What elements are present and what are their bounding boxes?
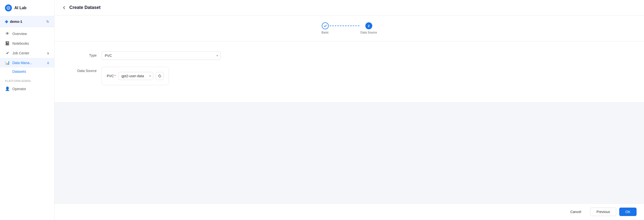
app-name: AI Lab (14, 6, 26, 10)
type-label: Type (67, 51, 96, 57)
sidebar-item-overview[interactable]: 👁 Overview (0, 29, 54, 39)
sidebar-item-data-mana-label: Data Mana... (12, 61, 32, 65)
page-content: Basic 2 Data Source Type (54, 15, 644, 203)
datasets-label: Datasets (12, 69, 26, 73)
project-name: demo-1 (10, 20, 22, 24)
step-basic: Basic (322, 22, 329, 34)
sidebar-item-operator[interactable]: 👤 Operator (0, 84, 54, 94)
job-center-chevron: ∨ (47, 51, 49, 55)
data-mana-icon: 📊 (5, 60, 10, 65)
step-connector (330, 26, 360, 26)
job-center-icon: ✔ (5, 51, 10, 55)
type-row: Type PVC NFS S3 ▾ (67, 51, 632, 60)
ok-button[interactable]: OK (619, 207, 636, 216)
sidebar-item-operator-label: Operator (12, 87, 26, 91)
sidebar-sub-item-datasets[interactable]: Datasets (0, 68, 54, 75)
type-select-wrapper: PVC NFS S3 ▾ (102, 51, 220, 60)
data-mana-chevron: ∧ (47, 61, 49, 65)
sidebar-item-notebooks-label: Notebooks (12, 41, 29, 45)
step-data-source-label: Data Source (360, 31, 377, 34)
type-field: PVC NFS S3 ▾ (102, 51, 220, 60)
page-title: Create Dataset (69, 5, 100, 10)
svg-point-1 (8, 8, 9, 9)
main-content: Create Dataset Basic 2 (54, 0, 644, 220)
overview-icon: 👁 (5, 32, 10, 36)
stepper-container: Basic 2 Data Source (54, 15, 644, 41)
sidebar-nav: 👁 Overview 📓 Notebooks ✔ Job Center ∨ 📊 … (0, 27, 54, 220)
sidebar-item-data-mana[interactable]: 📊 Data Mana... ∧ (0, 58, 54, 68)
project-selector[interactable]: ◈ demo-1 ↻ (0, 16, 54, 27)
cancel-button[interactable]: Cancel (564, 207, 588, 216)
pvc-select-wrapper: gpt2-user-data dataset-vol-1 model-data … (118, 72, 153, 80)
data-source-row: Data Source PVC* gpt2-user-data dataset-… (67, 67, 632, 85)
data-mana-left: 📊 Data Mana... (5, 60, 32, 65)
pvc-row: PVC* gpt2-user-data dataset-vol-1 model-… (107, 72, 164, 80)
previous-button[interactable]: Previous (590, 207, 616, 216)
back-button[interactable] (62, 6, 66, 10)
operator-icon: 👤 (5, 86, 10, 91)
job-center-left: ✔ Job Center (5, 51, 29, 55)
step-basic-circle (322, 22, 329, 29)
form-container: Type PVC NFS S3 ▾ Data Source (54, 41, 644, 102)
project-refresh-icon[interactable]: ↻ (46, 20, 49, 24)
pvc-refresh-button[interactable] (156, 72, 164, 80)
sidebar-item-overview-label: Overview (12, 32, 27, 36)
step-data-source-number: 2 (368, 24, 370, 28)
pvc-select[interactable]: gpt2-user-data dataset-vol-1 model-data (118, 72, 153, 80)
sidebar: AI Lab ◈ demo-1 ↻ 👁 Overview 📓 Notebooks… (0, 0, 54, 220)
stepper: Basic 2 Data Source (322, 22, 377, 34)
project-name-wrapper: ◈ demo-1 (5, 19, 22, 24)
app-logo: AI Lab (0, 0, 54, 16)
sidebar-item-job-center[interactable]: ✔ Job Center ∨ (0, 48, 54, 58)
pvc-required-star: * (114, 74, 116, 78)
type-select[interactable]: PVC NFS S3 (102, 51, 220, 60)
notebooks-icon: 📓 (5, 41, 10, 46)
platform-admin-label: Platform Admin (0, 75, 54, 84)
step-data-source-circle: 2 (365, 22, 372, 29)
logo-icon (5, 5, 12, 12)
page-header: Create Dataset (54, 0, 644, 15)
step-data-source: 2 Data Source (360, 22, 377, 34)
sidebar-item-notebooks[interactable]: 📓 Notebooks (0, 39, 54, 48)
pvc-label-text: PVC (107, 74, 114, 78)
pvc-label: PVC* (107, 74, 116, 78)
data-source-box: PVC* gpt2-user-data dataset-vol-1 model-… (102, 67, 169, 85)
sidebar-item-job-center-label: Job Center (12, 51, 29, 55)
project-icon: ◈ (5, 19, 8, 24)
page-footer: Cancel Previous OK (54, 203, 644, 220)
data-source-label: Data Source (67, 67, 96, 73)
step-basic-label: Basic (322, 31, 329, 34)
